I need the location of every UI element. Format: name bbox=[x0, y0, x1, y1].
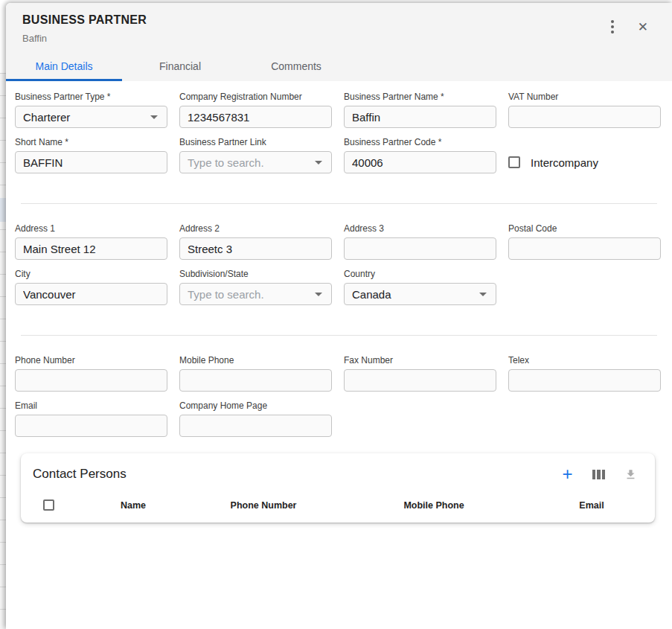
address-section: Address 1 Address 2 Address 3 Postal Cod… bbox=[15, 223, 661, 305]
field-vat-number: VAT Number bbox=[508, 92, 661, 128]
column-header-mobile-phone: Mobile Phone bbox=[324, 500, 543, 511]
field-city: City bbox=[15, 269, 167, 305]
intercompany-checkbox[interactable] bbox=[508, 156, 520, 168]
fax-number-input[interactable] bbox=[344, 369, 496, 392]
field-postal-code: Postal Code bbox=[508, 223, 661, 260]
field-subdivision-state: Subdivision/State Type to search. bbox=[179, 269, 332, 305]
company-registration-number-label: Company Registration Number bbox=[179, 92, 332, 102]
vat-number-label: VAT Number bbox=[508, 92, 661, 102]
page-title: BUSINESS PARTNER bbox=[22, 13, 607, 27]
subdivision-state-label: Subdivision/State bbox=[179, 269, 332, 279]
field-business-partner-name: Business Partner Name * bbox=[344, 92, 496, 128]
identity-section: Business Partner Type * Charterer Compan… bbox=[15, 92, 661, 173]
contact-persons-card: Contact Persons + Name Phone Number Mobi… bbox=[21, 453, 655, 523]
country-label: Country bbox=[344, 269, 496, 279]
company-registration-number-input[interactable] bbox=[179, 106, 332, 128]
country-select[interactable]: Canada bbox=[344, 283, 496, 305]
company-home-page-input[interactable] bbox=[179, 415, 332, 437]
short-name-label: Short Name * bbox=[15, 137, 167, 147]
telex-label: Telex bbox=[508, 355, 661, 365]
chevron-down-icon bbox=[315, 293, 322, 296]
postal-code-input[interactable] bbox=[508, 237, 661, 260]
contact-persons-toolbar: + bbox=[562, 467, 637, 482]
address-1-input[interactable] bbox=[15, 237, 167, 260]
field-company-home-page: Company Home Page bbox=[179, 400, 332, 437]
header-top: BUSINESS PARTNER Baffin ✕ bbox=[6, 13, 672, 44]
field-business-partner-code: Business Partner Code * bbox=[344, 137, 496, 173]
address-2-input[interactable] bbox=[179, 237, 332, 260]
intercompany-checkbox-row[interactable]: Intercompany bbox=[508, 151, 661, 173]
mobile-phone-label: Mobile Phone bbox=[179, 355, 332, 365]
tab-financial[interactable]: Financial bbox=[122, 54, 238, 81]
field-country: Country Canada bbox=[344, 269, 496, 305]
intercompany-label: Intercompany bbox=[531, 156, 598, 169]
subdivision-state-select[interactable]: Type to search. bbox=[179, 283, 332, 305]
background-app-strip bbox=[0, 0, 6, 629]
chevron-down-icon bbox=[479, 293, 487, 296]
postal-code-label: Postal Code bbox=[508, 223, 661, 234]
business-partner-type-label: Business Partner Type * bbox=[15, 92, 167, 102]
business-partner-link-placeholder: Type to search. bbox=[188, 156, 264, 169]
column-header-name: Name bbox=[64, 500, 202, 511]
select-all-cell bbox=[33, 499, 64, 511]
field-telex: Telex bbox=[508, 355, 661, 392]
contact-persons-header: Contact Persons + bbox=[21, 453, 655, 482]
mobile-phone-input[interactable] bbox=[179, 369, 332, 392]
header-icons: ✕ bbox=[607, 13, 651, 36]
download-icon[interactable] bbox=[624, 468, 637, 481]
panel-header: BUSINESS PARTNER Baffin ✕ Main Details F… bbox=[6, 3, 672, 81]
field-short-name: Short Name * bbox=[15, 137, 167, 173]
address-1-label: Address 1 bbox=[15, 223, 167, 234]
address-3-input[interactable] bbox=[344, 237, 496, 260]
select-all-checkbox[interactable] bbox=[43, 499, 54, 511]
field-address-2: Address 2 bbox=[179, 223, 332, 260]
business-partner-name-label: Business Partner Name * bbox=[344, 92, 496, 102]
field-fax-number: Fax Number bbox=[344, 355, 496, 392]
business-partner-link-select[interactable]: Type to search. bbox=[179, 151, 332, 173]
column-header-email: Email bbox=[543, 500, 640, 511]
short-name-input[interactable] bbox=[15, 151, 167, 173]
field-intercompany: Intercompany bbox=[508, 137, 661, 173]
vat-number-input[interactable] bbox=[508, 106, 661, 128]
business-partner-code-label: Business Partner Code * bbox=[344, 137, 496, 147]
section-divider bbox=[21, 335, 657, 336]
tab-main-details[interactable]: Main Details bbox=[6, 54, 122, 81]
chevron-down-icon bbox=[150, 115, 158, 119]
email-label: Email bbox=[15, 400, 167, 411]
contact-persons-table-header: Name Phone Number Mobile Phone Email bbox=[21, 482, 655, 523]
telex-input[interactable] bbox=[508, 369, 661, 392]
close-icon[interactable]: ✕ bbox=[635, 18, 651, 36]
business-partner-panel: BUSINESS PARTNER Baffin ✕ Main Details F… bbox=[6, 3, 672, 629]
phone-number-label: Phone Number bbox=[15, 355, 167, 365]
section-divider bbox=[21, 203, 657, 204]
city-input[interactable] bbox=[15, 283, 167, 305]
subdivision-state-placeholder: Type to search. bbox=[188, 288, 264, 301]
add-contact-icon[interactable]: + bbox=[562, 467, 572, 482]
field-phone-number: Phone Number bbox=[15, 355, 167, 392]
field-email: Email bbox=[15, 400, 167, 437]
field-mobile-phone: Mobile Phone bbox=[179, 355, 332, 392]
business-partner-code-input[interactable] bbox=[344, 151, 496, 173]
field-business-partner-type: Business Partner Type * Charterer bbox=[15, 92, 167, 128]
field-address-1: Address 1 bbox=[15, 223, 167, 260]
business-partner-link-label: Business Partner Link bbox=[179, 137, 332, 147]
city-label: City bbox=[15, 269, 167, 279]
phone-number-input[interactable] bbox=[15, 369, 167, 392]
main-details-content: Business Partner Type * Charterer Compan… bbox=[6, 81, 672, 629]
tab-comments[interactable]: Comments bbox=[238, 54, 354, 81]
field-address-3: Address 3 bbox=[344, 223, 496, 260]
kebab-menu-icon[interactable] bbox=[607, 17, 618, 36]
business-partner-type-select[interactable]: Charterer bbox=[15, 106, 167, 128]
empty-cell bbox=[508, 400, 661, 437]
business-partner-name-input[interactable] bbox=[344, 106, 496, 128]
field-business-partner-link: Business Partner Link Type to search. bbox=[179, 137, 332, 173]
view-columns-icon[interactable] bbox=[592, 470, 606, 479]
fax-number-label: Fax Number bbox=[344, 355, 496, 365]
contact-info-section: Phone Number Mobile Phone Fax Number Tel… bbox=[15, 355, 661, 437]
background-selected-row bbox=[0, 198, 6, 222]
empty-cell bbox=[508, 269, 661, 305]
email-input[interactable] bbox=[15, 415, 167, 437]
address-3-label: Address 3 bbox=[344, 223, 496, 234]
background-strip-top bbox=[0, 0, 6, 73]
header-titles: BUSINESS PARTNER Baffin bbox=[22, 13, 607, 44]
